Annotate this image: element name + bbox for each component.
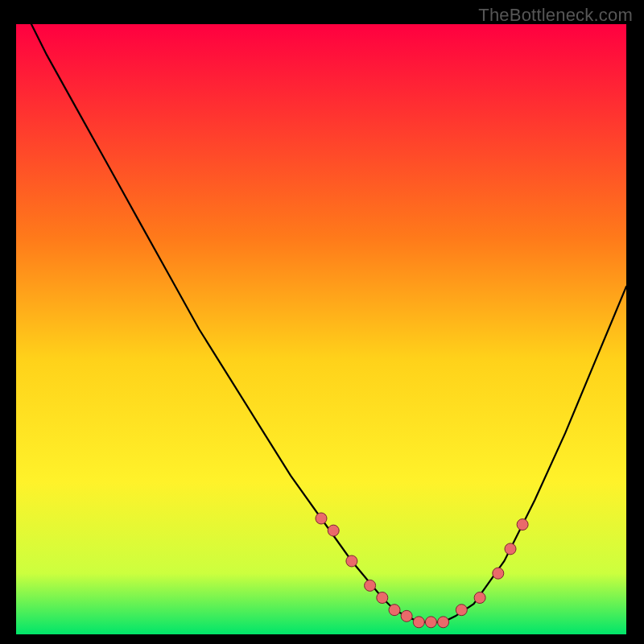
curve-point bbox=[365, 580, 376, 591]
curve-point bbox=[328, 525, 339, 536]
curve-point bbox=[346, 555, 357, 567]
curve-point bbox=[474, 592, 485, 604]
curve-point bbox=[401, 610, 412, 621]
curve-point bbox=[377, 592, 388, 604]
curve-point bbox=[389, 605, 400, 616]
watermark-text: TheBottleneck.com bbox=[478, 5, 633, 26]
gradient-plot-area bbox=[16, 24, 626, 634]
curve-point bbox=[517, 519, 528, 530]
curve-point bbox=[425, 617, 436, 628]
curve-point bbox=[505, 543, 516, 555]
curve-point bbox=[413, 617, 424, 628]
curve-point bbox=[438, 617, 449, 628]
curve-point bbox=[456, 605, 467, 616]
curve-point bbox=[316, 513, 327, 524]
chart-svg bbox=[16, 24, 626, 634]
curve-point bbox=[493, 568, 504, 579]
